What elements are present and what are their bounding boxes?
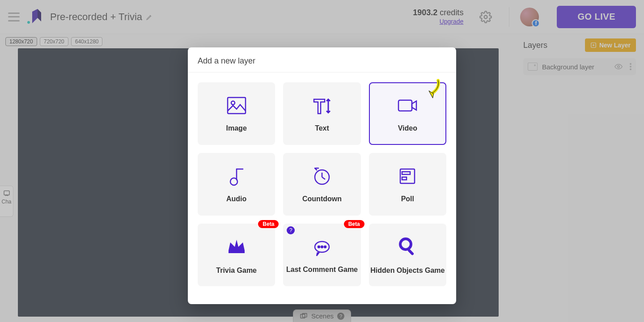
svg-rect-13	[402, 172, 410, 174]
tile-label: Image	[226, 124, 247, 132]
svg-rect-9	[398, 100, 412, 111]
tile-label: Video	[398, 124, 417, 132]
layer-tile-image[interactable]: Image	[198, 82, 275, 145]
modal-overlay[interactable]: Add a new layer Image Text Video	[0, 0, 644, 322]
layer-tile-video[interactable]: Video	[369, 82, 446, 145]
layer-tile-last-comment[interactable]: Beta ? Last Comment Game	[283, 224, 360, 286]
tile-label: Countdown	[302, 195, 342, 203]
tile-label: Poll	[401, 195, 414, 203]
tile-label: Audio	[226, 195, 246, 203]
svg-point-15	[318, 246, 320, 248]
layer-tile-hidden-objects[interactable]: Hidden Objects Game	[369, 224, 446, 286]
svg-rect-14	[402, 177, 407, 180]
search-icon	[397, 235, 418, 257]
chat-bubble-icon	[311, 236, 333, 258]
beta-badge: Beta	[258, 220, 279, 228]
add-layer-modal: Add a new layer Image Text Video	[188, 47, 456, 304]
svg-point-17	[324, 246, 326, 248]
svg-point-18	[400, 239, 411, 250]
svg-point-16	[321, 246, 323, 248]
tile-label: Trivia Game	[216, 267, 257, 275]
tile-label: Hidden Objects Game	[370, 267, 445, 275]
layer-tile-countdown[interactable]: Countdown	[283, 153, 360, 216]
annotation-arrow-icon	[423, 79, 445, 100]
help-icon[interactable]: ?	[287, 226, 295, 234]
image-icon	[226, 95, 247, 116]
crown-icon	[226, 235, 247, 257]
svg-point-10	[230, 178, 237, 185]
video-icon	[397, 95, 418, 116]
countdown-icon	[311, 165, 333, 187]
layer-tile-audio[interactable]: Audio	[198, 153, 275, 216]
audio-icon	[226, 165, 247, 187]
layer-tile-text[interactable]: Text	[283, 82, 360, 145]
layer-tile-trivia[interactable]: Beta Trivia Game	[198, 224, 275, 286]
tile-label: Last Comment Game	[286, 266, 358, 274]
beta-badge: Beta	[344, 220, 364, 228]
tile-label: Text	[315, 124, 329, 132]
layer-tile-poll[interactable]: Poll	[369, 153, 446, 216]
modal-title: Add a new layer	[188, 47, 456, 72]
poll-icon	[397, 165, 418, 187]
svg-point-8	[231, 101, 235, 105]
text-icon	[311, 95, 333, 116]
svg-rect-7	[228, 97, 246, 114]
svg-rect-19	[407, 249, 415, 256]
